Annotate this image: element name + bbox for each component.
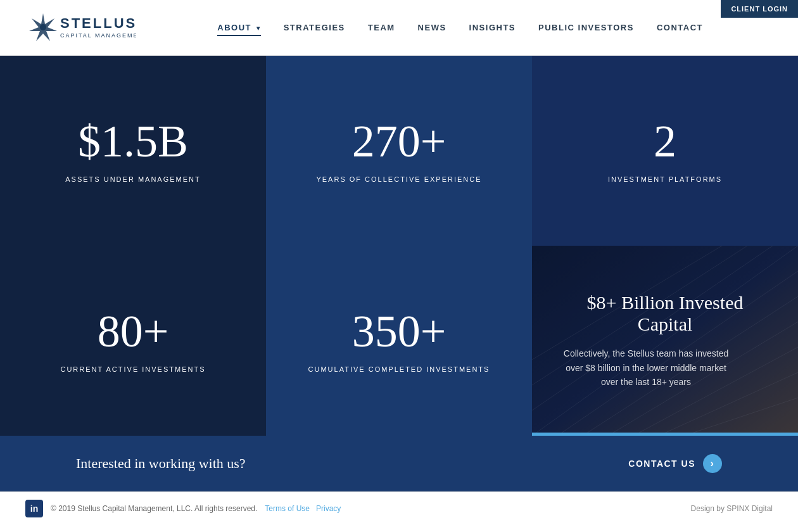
svg-text:STELLUS: STELLUS [60, 15, 136, 31]
stat-number-active: 80+ [98, 308, 169, 354]
nav-contact[interactable]: CONTACT [657, 23, 703, 32]
footer-left: in © 2019 Stellus Capital Management, LL… [25, 500, 341, 517]
nav-news[interactable]: NEWS [418, 23, 446, 32]
stat-label-experience: YEARS OF COLLECTIVE EXPERIENCE [316, 175, 481, 183]
nav-about[interactable]: ABOUT ▾ [217, 23, 260, 32]
linkedin-icon[interactable]: in [25, 500, 43, 517]
chevron-down-icon: ▾ [256, 25, 261, 32]
stats-grid: $1.5B ASSETS UNDER MANAGEMENT 270+ YEARS… [0, 56, 798, 436]
stat-assets: $1.5B ASSETS UNDER MANAGEMENT [0, 56, 266, 246]
stat-number-assets: $1.5B [78, 118, 188, 164]
cta-headline: Interested in working with us? [76, 455, 246, 472]
stat-label-active: CURRENT ACTIVE INVESTMENTS [60, 365, 205, 373]
stat-platforms: 2 INVESTMENT PLATFORMS [532, 56, 798, 246]
stat-number-cumulative: 350+ [352, 308, 446, 354]
footer-links: Terms of Use Privacy [265, 504, 341, 513]
card-title: $8+ Billion Invested Capital [557, 292, 773, 335]
card-description: Collectively, the Stellus team has inves… [557, 346, 735, 389]
card-content: $8+ Billion Invested Capital Collectivel… [557, 292, 773, 389]
design-credit: Design by SPINX Digital [691, 504, 773, 513]
contact-us-link[interactable]: CONTACT US › [628, 454, 722, 473]
invested-capital-card: $8+ Billion Invested Capital Collectivel… [532, 246, 798, 436]
stat-experience: 270+ YEARS OF COLLECTIVE EXPERIENCE [266, 56, 532, 246]
stat-number-platforms: 2 [654, 118, 676, 164]
stat-cumulative: 350+ CUMULATIVE COMPLETED INVESTMENTS [266, 246, 532, 436]
svg-text:CAPITAL MANAGEMENT: CAPITAL MANAGEMENT [60, 32, 136, 39]
card-accent-bar [532, 433, 798, 436]
nav-insights[interactable]: INSIGHTS [469, 23, 516, 32]
stat-active: 80+ CURRENT ACTIVE INVESTMENTS [0, 246, 266, 436]
terms-link[interactable]: Terms of Use [265, 504, 310, 513]
client-login-button[interactable]: CLIENT LOGIN [721, 0, 798, 18]
contact-us-label: CONTACT US [628, 459, 695, 469]
footer: in © 2019 Stellus Capital Management, LL… [0, 491, 798, 524]
stat-label-platforms: INVESTMENT PLATFORMS [608, 175, 722, 183]
logo: STELLUS CAPITAL MANAGEMENT [25, 7, 136, 48]
svg-point-1 [40, 24, 46, 30]
stat-number-experience: 270+ [352, 118, 446, 164]
main-nav: ABOUT ▾ STRATEGIES TEAM NEWS INSIGHTS PU… [217, 23, 703, 32]
nav-team[interactable]: TEAM [368, 23, 395, 32]
header: STELLUS CAPITAL MANAGEMENT ABOUT ▾ STRAT… [0, 0, 798, 56]
privacy-link[interactable]: Privacy [316, 504, 341, 513]
nav-public-investors[interactable]: PUBLIC INVESTORS [538, 23, 634, 32]
arrow-icon: › [703, 454, 722, 473]
stat-label-assets: ASSETS UNDER MANAGEMENT [65, 175, 200, 183]
nav-strategies[interactable]: STRATEGIES [284, 23, 345, 32]
copyright-text: © 2019 Stellus Capital Management, LLC. … [51, 504, 257, 513]
stat-label-cumulative: CUMULATIVE COMPLETED INVESTMENTS [308, 365, 490, 373]
cta-banner: Interested in working with us? CONTACT U… [0, 436, 798, 491]
